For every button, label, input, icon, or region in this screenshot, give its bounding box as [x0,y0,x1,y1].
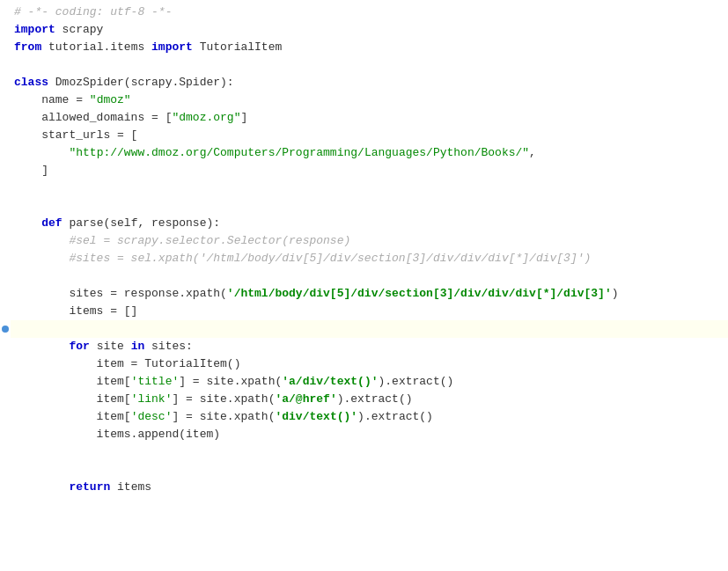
gutter-3 [0,39,11,56]
gutter-20 [0,338,11,355]
extract-title: ).extract() [378,375,453,388]
gutter-14 [0,232,11,250]
gutter-16 [0,267,11,285]
line-content-25: items.append(item) [11,426,728,443]
line-content-3: from tutorial.items import TutorialItem [11,39,728,56]
xpath-string: '/html/body/div[5]/div/section[3]/div/di… [227,287,612,300]
code-line-28: return items [0,479,728,496]
normal-text: tutorial.items [41,40,151,54]
line-content-9: "http://www.dmoz.org/Computers/Programmi… [11,144,728,162]
keyword-from: from [14,40,41,54]
line-content-27 [11,461,728,479]
gutter-23 [0,391,11,408]
bracket-close: ] [14,164,48,177]
code-line-9: "http://www.dmoz.org/Computers/Programmi… [0,144,728,162]
xpath-link: 'a/@href' [275,392,336,406]
item-desc-assign: item[ [14,410,131,423]
eq3: ] = site.xpath( [172,410,275,423]
line-content-1: # -*- coding: utf-8 -*- [11,4,728,21]
gutter-15 [0,250,11,267]
normal-sites: sites = response.xpath( [14,287,227,300]
code-line-15: #sites = sel.xpath('/html/body/div[5]/di… [0,250,728,267]
breakpoint-marker [2,326,9,333]
code-line-1: # -*- coding: utf-8 -*- [0,4,728,21]
gutter-4 [0,56,11,74]
keyword-return: return [69,480,110,494]
code-line-17: sites = response.xpath('/html/body/div[5… [0,285,728,303]
gutter-27 [0,461,11,479]
line-content-28: return items [11,479,728,496]
gutter-25 [0,426,11,443]
code-line-20: for site in sites: [0,338,728,355]
line-content-4 [11,56,728,74]
line-content-2: import scrapy [11,21,728,39]
code-line-11 [0,179,728,197]
code-line-24: item['desc'] = site.xpath('div/text()').… [0,408,728,426]
gutter-26 [0,443,11,461]
code-line-22: item['title'] = site.xpath('a/div/text()… [0,373,728,391]
normal-text2: TutorialItem [193,40,282,54]
normal-text: scrapy [55,23,104,36]
gutter-18 [0,303,11,320]
code-line-6: name = "dmoz" [0,92,728,109]
key-link: 'link' [131,392,173,406]
for-iterable: sites: [144,340,193,353]
line-content-19 [11,320,728,338]
gutter-12 [0,197,11,215]
code-line-13: def parse(self, response): [0,215,728,232]
eq: ] = site.xpath( [179,375,282,388]
key-title: 'title' [131,375,180,388]
normal-text2: ] [240,111,247,124]
gutter-21 [0,355,11,373]
func-parse: parse(self, response): [63,216,220,230]
gutter-2 [0,21,11,39]
code-line-14: #sel = scrapy.selector.Selector(response… [0,232,728,250]
items-append: items.append(item) [14,428,220,441]
code-line-5: class DmozSpider(scrapy.Spider): [0,74,728,92]
keyword-import2: import [151,40,193,54]
code-line-25: items.append(item) [0,426,728,443]
line-content-8: start_urls = [ [11,127,728,144]
code-line-2: import scrapy [0,21,728,39]
gutter-13 [0,215,11,232]
gutter-19 [0,320,11,338]
normal-text: allowed_domains = [ [14,111,172,124]
gutter-8 [0,127,11,144]
normal-text [14,146,69,159]
code-line-23: item['link'] = site.xpath('a/@href').ext… [0,391,728,408]
gutter-28 [0,479,11,496]
line-content-5: class DmozSpider(scrapy.Spider): [11,74,728,92]
gutter-11 [0,179,11,197]
code-line-3: from tutorial.items import TutorialItem [0,39,728,56]
code-line-18: items = [] [0,303,728,320]
keyword-for: for [69,340,89,353]
line-content-17: sites = response.xpath('/html/body/div[5… [11,285,728,303]
gutter-24 [0,408,11,426]
gutter-10 [0,162,11,179]
line-content-14: #sel = scrapy.selector.Selector(response… [11,232,728,250]
gutter-5 [0,74,11,92]
extract-link: ).extract() [337,392,413,406]
line-content-13: def parse(self, response): [11,215,728,232]
gutter-9 [0,144,11,162]
normal-text: name = [14,93,90,106]
indent2 [14,340,69,353]
comma: , [529,146,536,159]
item-title-assign: item[ [14,375,131,388]
code-line-10: ] [0,162,728,179]
item-link-assign: item[ [14,392,131,406]
line-content-15: #sites = sel.xpath('/html/body/div[5]/di… [11,250,728,267]
code-line-12 [0,197,728,215]
code-editor: # -*- coding: utf-8 -*- import scrapy fr… [0,0,728,571]
return-items: items [110,480,151,494]
for-iter: site [90,340,131,353]
line-content-6: name = "dmoz" [11,92,728,109]
line-content-12 [11,197,728,215]
keyword-import: import [14,23,55,36]
xpath-title: 'a/div/text()' [282,375,378,388]
keyword-class: class [14,76,48,89]
line-content-7: allowed_domains = ["dmoz.org"] [11,109,728,127]
gutter-7 [0,109,11,127]
gutter-17 [0,285,11,303]
code-line-16 [0,267,728,285]
